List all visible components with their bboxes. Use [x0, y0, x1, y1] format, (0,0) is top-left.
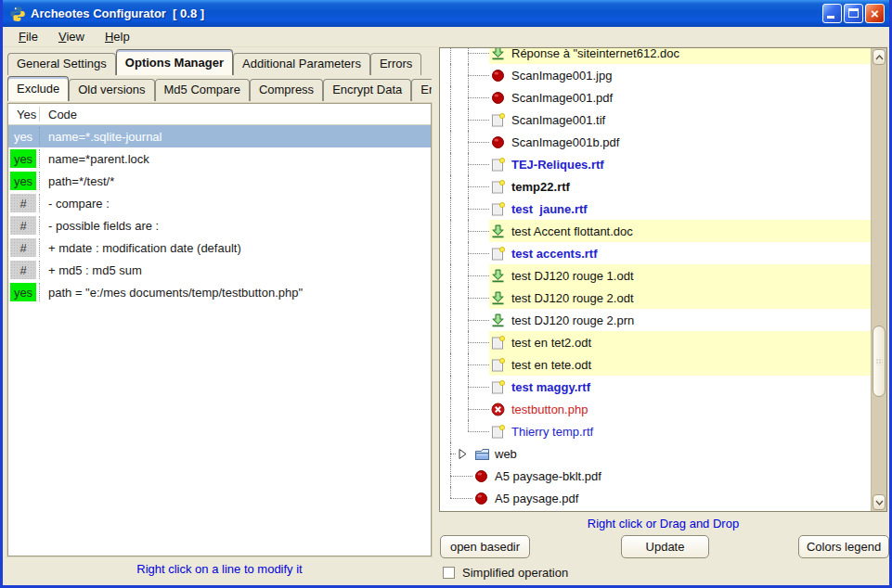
subtab-old-versions[interactable]: Old versions [69, 79, 154, 101]
table-row[interactable]: yespath = "e:/mes documents/temp/testbut… [8, 281, 431, 303]
exclude-rules-panel: Yes Code yesname=*.sqlite-journalyesname… [7, 103, 432, 556]
tree-item[interactable]: test jaune.rtf [440, 198, 871, 220]
main-tab-bar: General SettingsOptions ManagerAdditiona… [7, 49, 421, 75]
tab-additional-parameters[interactable]: Additional Parameters [233, 53, 370, 75]
tab-options-manager[interactable]: Options Manager [116, 49, 233, 75]
tree-item[interactable]: test en tet2.odt [440, 331, 871, 353]
file-tree: Réponse à "siteinternet612.docScanImage0… [440, 48, 871, 509]
red-dot-icon [491, 135, 505, 149]
yes-cell: yes [10, 172, 36, 190]
tree-item-label: web [495, 447, 517, 461]
tree-item[interactable]: test DJ120 rouge 2.odt [440, 287, 871, 309]
maximize-button[interactable] [844, 4, 863, 23]
tree-item-label: test accents.rtf [511, 247, 597, 261]
tree-item[interactable]: test en tete.odt [440, 353, 871, 376]
tab-general-settings[interactable]: General Settings [7, 53, 116, 75]
colors-legend-button[interactable]: Colors legend [798, 535, 889, 558]
window-controls: × [822, 4, 885, 23]
tree-item-label: test jaune.rtf [511, 202, 588, 216]
subtab-compress[interactable]: Compress [250, 79, 323, 101]
tree-item-label: ScanImage001b.pdf [511, 135, 619, 149]
tree-item[interactable]: TEJ-Reliques.rtf [440, 153, 871, 175]
window-title: Archeotes Configurator [ 0.8 ] [31, 6, 822, 20]
code-cell: + md5 : md5 sum [48, 263, 142, 277]
code-cell: path = "e:/mes documents/temp/testbutton… [48, 286, 303, 300]
tree-item[interactable]: test maggy.rtf [440, 376, 871, 398]
page-icon [491, 202, 505, 216]
red-dot-icon [491, 69, 505, 83]
tree-item[interactable]: test DJ120 rouge 2.prn [440, 309, 871, 331]
code-cell: - possible fields are : [48, 219, 159, 233]
column-header-yes: Yes [8, 108, 39, 121]
file-tree-viewport: Réponse à "siteinternet612.docScanImage0… [440, 48, 871, 511]
code-cell: - compare : [48, 197, 110, 211]
green-arrow-icon [491, 48, 505, 60]
scroll-up-icon[interactable] [873, 49, 886, 65]
tree-item[interactable]: test Accent flottant.doc [440, 220, 871, 242]
red-dot-icon [474, 469, 488, 483]
tree-item[interactable]: web [440, 442, 871, 465]
table-row[interactable]: yesname=*.sqlite-journal [8, 125, 431, 147]
folder-icon [474, 447, 488, 461]
minimize-button[interactable] [822, 4, 842, 23]
table-row[interactable]: #+ mdate : modification date (default) [8, 236, 431, 259]
menu-bar: FileViewHelp [3, 27, 889, 47]
subtab-md5-compare[interactable]: Md5 Compare [155, 79, 250, 101]
subtab-exclude[interactable]: Exclude [7, 76, 69, 101]
page-icon [491, 336, 505, 350]
table-row[interactable]: yesname=*parent.lock [8, 147, 431, 170]
tree-item-label: TEJ-Reliques.rtf [511, 158, 604, 172]
green-arrow-icon [491, 269, 505, 283]
tree-item[interactable]: ScanImage001.pdf [440, 86, 871, 109]
simplified-operation-checkbox[interactable] [443, 567, 455, 579]
yes-cell: yes [10, 283, 36, 301]
subtab-encrypt-data[interactable]: Encrypt Data [323, 79, 411, 101]
table-row[interactable]: #- compare : [8, 192, 431, 214]
menu-item-view[interactable]: View [50, 28, 93, 45]
tree-scrollbar[interactable] [871, 48, 886, 511]
tree-item-label: test maggy.rtf [511, 380, 590, 394]
tree-item[interactable]: ScanImage001b.pdf [440, 131, 871, 153]
close-button[interactable]: × [865, 4, 885, 23]
tree-item[interactable]: Réponse à "siteinternet612.doc [440, 48, 871, 64]
code-cell: name=*.sqlite-journal [48, 130, 162, 144]
menu-item-help[interactable]: Help [97, 28, 138, 45]
app-window: Archeotes Configurator [ 0.8 ] × FileVie… [0, 0, 892, 588]
tab-errors[interactable]: Errors [370, 53, 421, 75]
scroll-down-icon[interactable] [873, 494, 886, 510]
tree-item-label: test en tete.odt [511, 358, 591, 372]
subtab-encrypt-nam[interactable]: Encrypt Nam [411, 79, 432, 101]
yes-cell: yes [10, 127, 36, 146]
page-icon [491, 180, 505, 194]
tree-item[interactable]: test DJ120 rouge 1.odt [440, 264, 871, 287]
green-arrow-icon [491, 224, 505, 238]
scrollbar-thumb[interactable] [873, 326, 886, 397]
yes-cell: yes [10, 149, 36, 168]
tree-item-label: Thierry temp.rtf [511, 425, 593, 439]
tree-item-label: test en tet2.odt [511, 336, 591, 350]
page-icon [491, 158, 505, 172]
tree-item[interactable]: A5 paysage-bklt.pdf [440, 465, 871, 487]
titlebar: Archeotes Configurator [ 0.8 ] × [3, 0, 889, 27]
tree-item-label: ScanImage001.jpg [511, 69, 612, 83]
tree-item[interactable]: test accents.rtf [440, 242, 871, 264]
table-row[interactable]: #+ md5 : md5 sum [8, 259, 431, 281]
page-icon [491, 425, 505, 439]
tree-item[interactable]: ScanImage001.tif [440, 109, 871, 131]
table-row[interactable]: yespath=*/test/* [8, 170, 431, 192]
tree-item[interactable]: temp22.rtf [440, 175, 871, 198]
tree-item-label: ScanImage001.tif [511, 113, 605, 127]
tree-item[interactable]: testbutton.php [440, 398, 871, 420]
update-button[interactable]: Update [621, 535, 709, 558]
python-logo-icon [9, 6, 26, 22]
column-header-code: Code [39, 108, 77, 121]
tree-item[interactable]: ScanImage001.jpg [440, 64, 871, 86]
menu-item-file[interactable]: File [10, 28, 46, 45]
open-basedir-button[interactable]: open basedir [440, 535, 530, 558]
simplified-operation-label: Simplified operation [462, 566, 568, 580]
expand-triangle-icon[interactable] [457, 448, 468, 460]
code-cell: path=*/test/* [48, 174, 114, 188]
tree-item[interactable]: Thierry temp.rtf [440, 420, 871, 442]
table-row[interactable]: #- possible fields are : [8, 214, 431, 236]
tree-item[interactable]: A5 paysage.pdf [440, 487, 871, 509]
